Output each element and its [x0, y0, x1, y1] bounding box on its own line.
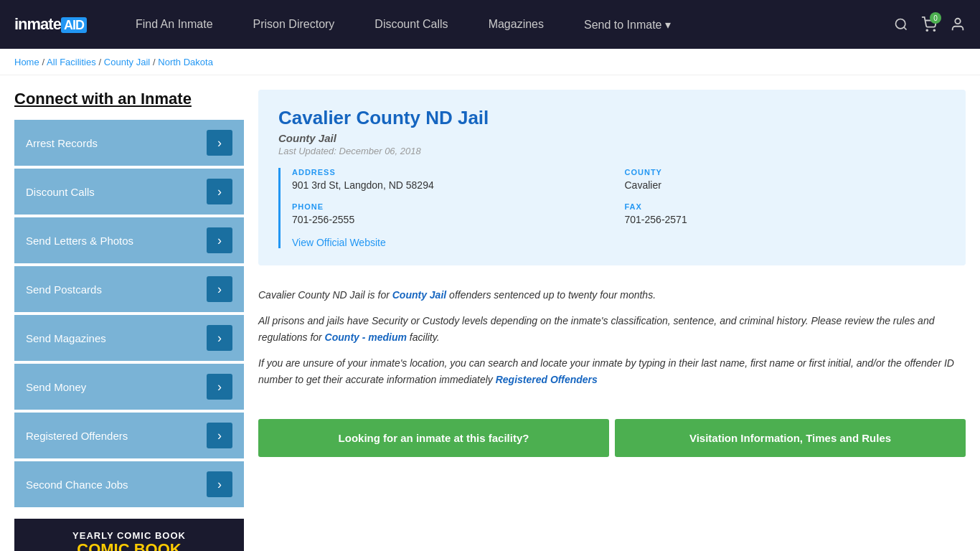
desc-paragraph-1: Cavalier County ND Jail is for County Ja… [258, 287, 966, 303]
info-grid: ADDRESS 901 3rd St, Langdon, ND 58294 CO… [278, 168, 946, 248]
address-block: ADDRESS 901 3rd St, Langdon, ND 58294 [292, 168, 613, 191]
svg-point-0 [896, 19, 905, 29]
bottom-buttons: Looking for an inmate at this facility? … [258, 419, 966, 457]
nav-prison-directory[interactable]: Prison Directory [233, 0, 355, 49]
facility-name: Cavalier County ND Jail [278, 107, 946, 129]
breadcrumb-home[interactable]: Home [14, 57, 39, 67]
county-label: COUNTY [625, 168, 946, 176]
sidebar-arrow-send-letters: › [207, 227, 232, 253]
ad-comic-text: COMIC BOOK [26, 541, 232, 551]
sidebar-arrow-discount-calls: › [207, 179, 232, 204]
description-section: Cavalier County ND Jail is for County Ja… [258, 280, 966, 405]
svg-point-4 [955, 19, 960, 24]
sidebar-label-send-money: Send Money [26, 381, 86, 393]
user-icon [950, 17, 966, 32]
sidebar-arrow-registered-offenders: › [207, 423, 232, 448]
address-value: 901 3rd St, Langdon, ND 58294 [292, 179, 613, 191]
breadcrumb-all-facilities[interactable]: All Facilities [47, 57, 96, 67]
navigation: inmateAID Find An Inmate Prison Director… [0, 0, 980, 49]
logo-inmate: inmate [14, 15, 61, 33]
sidebar: Connect with an Inmate Arrest Records › … [14, 90, 244, 551]
breadcrumb-county-jail[interactable]: County Jail [104, 57, 150, 67]
sidebar-label-second-chance-jobs: Second Chance Jobs [26, 479, 128, 491]
sidebar-item-send-letters[interactable]: Send Letters & Photos › [14, 217, 244, 263]
facility-updated: Last Updated: December 06, 2018 [278, 146, 946, 156]
address-label: ADDRESS [292, 168, 613, 176]
sidebar-item-discount-calls[interactable]: Discount Calls › [14, 169, 244, 215]
sidebar-title: Connect with an Inmate [14, 90, 244, 108]
svg-line-1 [904, 27, 907, 30]
sidebar-arrow-second-chance-jobs: › [207, 471, 232, 497]
sidebar-item-send-money[interactable]: Send Money › [14, 364, 244, 410]
sidebar-arrow-send-money: › [207, 374, 232, 400]
facility-card: Cavalier County ND Jail County Jail Last… [258, 90, 966, 265]
nav-icons: 0 [894, 17, 966, 32]
cart-button[interactable]: 0 [921, 17, 937, 32]
sidebar-arrow-send-postcards: › [207, 276, 232, 302]
phone-label: PHONE [292, 202, 613, 211]
logo-text: inmateAID [14, 15, 87, 34]
desc-paragraph-2: All prisons and jails have Security or C… [258, 313, 966, 345]
breadcrumb-sep2: / [99, 57, 104, 67]
logo-aid: AID [61, 17, 87, 33]
desc3-link[interactable]: Registered Offenders [496, 374, 598, 385]
breadcrumb: Home / All Facilities / County Jail / No… [0, 49, 980, 75]
sidebar-item-send-magazines[interactable]: Send Magazines › [14, 315, 244, 361]
search-button[interactable] [894, 17, 908, 32]
sidebar-label-send-letters: Send Letters & Photos [26, 235, 133, 247]
ad-yearly-text: YEARLY COMIC BOOK [26, 530, 232, 541]
fax-value: 701-256-2571 [625, 214, 946, 225]
search-icon [894, 17, 908, 32]
svg-point-3 [933, 29, 935, 31]
sidebar-label-registered-offenders: Registered Offenders [26, 430, 128, 442]
website-link[interactable]: View Official Website [292, 237, 386, 248]
county-value: Cavalier [625, 179, 946, 191]
content-area: Cavalier County ND Jail County Jail Last… [258, 90, 966, 551]
svg-point-2 [926, 29, 928, 31]
sidebar-label-discount-calls: Discount Calls [26, 186, 95, 198]
phone-block: PHONE 701-256-2555 [292, 202, 613, 225]
fax-block: FAX 701-256-2571 [625, 202, 946, 225]
logo[interactable]: inmateAID [14, 15, 87, 34]
sidebar-label-send-postcards: Send Postcards [26, 283, 102, 296]
sidebar-arrow-send-magazines: › [207, 325, 232, 351]
sidebar-item-arrest-records[interactable]: Arrest Records › [14, 120, 244, 166]
nav-magazines[interactable]: Magazines [468, 0, 564, 49]
user-button[interactable] [950, 17, 966, 32]
sidebar-label-send-magazines: Send Magazines [26, 332, 106, 344]
facility-type: County Jail [278, 132, 946, 144]
desc1-start: Cavalier County ND Jail is for [258, 289, 392, 301]
desc1-highlight[interactable]: County Jail [392, 289, 446, 301]
desc2-highlight[interactable]: County - medium [325, 331, 407, 343]
nav-send-to-inmate[interactable]: Send to Inmate ▾ [564, 0, 691, 49]
main-layout: Connect with an Inmate Arrest Records › … [0, 75, 980, 551]
find-inmate-button[interactable]: Looking for an inmate at this facility? [258, 419, 609, 457]
nav-links: Find An Inmate Prison Directory Discount… [116, 0, 894, 49]
county-block: COUNTY Cavalier [625, 168, 946, 191]
sidebar-item-registered-offenders[interactable]: Registered Offenders › [14, 413, 244, 458]
sidebar-label-arrest-records: Arrest Records [26, 137, 98, 149]
desc3-text: If you are unsure of your inmate's locat… [258, 357, 954, 385]
sidebar-item-second-chance-jobs[interactable]: Second Chance Jobs › [14, 461, 244, 507]
breadcrumb-state[interactable]: North Dakota [158, 57, 213, 67]
nav-discount-calls[interactable]: Discount Calls [354, 0, 468, 49]
website-block: View Official Website [292, 237, 946, 248]
sidebar-arrow-arrest-records: › [207, 130, 232, 156]
ad-banner[interactable]: YEARLY COMIC BOOK COMIC BOOK SUBSCRIPTIO… [14, 519, 244, 551]
desc2-end: facility. [407, 331, 440, 343]
fax-label: FAX [625, 202, 946, 211]
desc1-end: offenders sentenced up to twenty four mo… [446, 289, 656, 301]
cart-badge: 0 [930, 12, 941, 24]
desc-paragraph-3: If you are unsure of your inmate's locat… [258, 355, 966, 387]
visitation-info-button[interactable]: Visitation Information, Times and Rules [615, 419, 966, 457]
nav-find-an-inmate[interactable]: Find An Inmate [116, 0, 233, 49]
sidebar-item-send-postcards[interactable]: Send Postcards › [14, 266, 244, 312]
phone-value: 701-256-2555 [292, 214, 613, 225]
